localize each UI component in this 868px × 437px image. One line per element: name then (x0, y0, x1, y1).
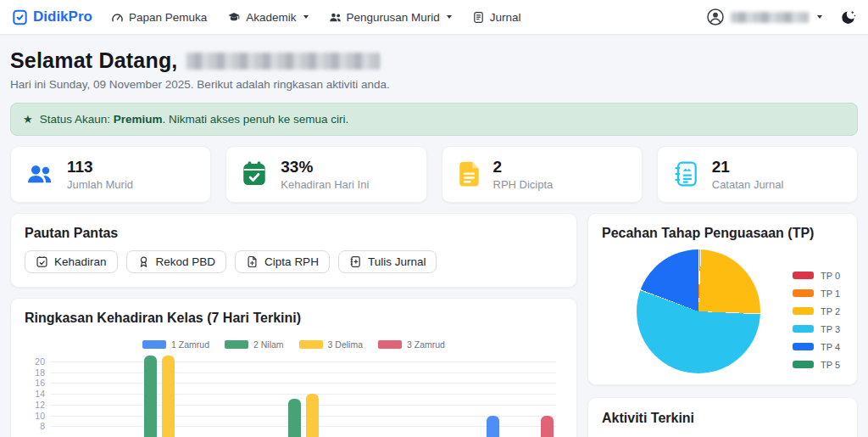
rekod-pbd-button[interactable]: Rekod PBD (126, 250, 227, 273)
user-menu[interactable] (707, 8, 822, 25)
legend-item[interactable]: TP 5 (793, 360, 840, 370)
legend-item[interactable]: 1 Zamrud (142, 339, 209, 350)
legend-swatch (793, 361, 814, 368)
gridline (51, 394, 556, 395)
nav-item-papan-pemuka[interactable]: Papan Pemuka (111, 11, 207, 24)
brand-label: DidikPro (33, 8, 92, 25)
gridline (51, 405, 556, 406)
nav-label: Jurnal (490, 11, 521, 24)
right-column: Pecahan Tahap Penguasaan (TP) TP 0TP 1TP… (587, 213, 858, 437)
tp-chart-card: Pecahan Tahap Penguasaan (TP) TP 0TP 1TP… (587, 213, 858, 385)
gridline (51, 426, 556, 427)
bar-1-zamrud (487, 416, 499, 437)
bar-3-zamrud (541, 416, 554, 437)
legend-item[interactable]: 3 Zamrud (378, 339, 445, 350)
legend-item[interactable]: TP 1 (793, 289, 840, 299)
calendar-check-outline-icon (36, 255, 48, 268)
stat-card-rph: 2 RPH Dicipta (442, 146, 643, 203)
legend-item[interactable]: TP 2 (793, 306, 840, 317)
quick-links-row: Kehadiran Rekod PBD Cipta RPH (25, 250, 563, 273)
stats-row: 113 Jumlah Murid 33% Kehadiran Hari Ini … (10, 146, 858, 203)
welcome-name-redacted (186, 53, 380, 70)
legend-swatch (793, 272, 814, 279)
tp-pie-legend: TP 0TP 1TP 2TP 3TP 4TP 5 (793, 271, 840, 370)
stat-label: Jumlah Murid (67, 178, 133, 191)
attendance-chart-card: Ringkasan Kehadiran Kelas (7 Hari Terkin… (10, 298, 577, 437)
legend-item[interactable]: TP 4 (793, 342, 840, 352)
y-axis-tick: 12 (28, 400, 45, 410)
star-icon: ★ (23, 113, 33, 126)
nav-links: Papan Pemuka Akademik Pengurusan Murid J… (111, 11, 521, 24)
button-label: Rekod PBD (156, 255, 216, 268)
legend-swatch (142, 340, 166, 349)
nav-item-pengurusan-murid[interactable]: Pengurusan Murid (329, 11, 452, 24)
brand[interactable]: DidikPro (12, 8, 92, 25)
legend-label: TP 3 (821, 324, 840, 334)
legend-item[interactable]: 2 Nilam (225, 339, 284, 350)
bar-chart-legend: 1 Zamrud2 Nilam3 Delima3 Zamrud (25, 339, 563, 350)
nav-item-akademik[interactable]: Akademik (227, 11, 308, 24)
tp-pie-chart (637, 249, 760, 373)
journal-richtext-icon (671, 160, 700, 188)
recent-activity-title: Aktiviti Terkini (602, 411, 843, 426)
people-fill-icon (25, 160, 55, 188)
attendance-chart-title: Ringkasan Kehadiran Kelas (7 Hari Terkin… (25, 311, 563, 326)
chevron-down-icon (303, 15, 309, 19)
nav-item-jurnal[interactable]: Jurnal (472, 11, 521, 24)
gridline (51, 361, 556, 362)
legend-label: TP 4 (821, 342, 840, 352)
legend-swatch (299, 340, 323, 349)
nav-label: Akademik (246, 11, 296, 24)
tp-chart-title: Pecahan Tahap Penguasaan (TP) (602, 226, 843, 241)
y-axis-tick: 10 (28, 411, 45, 421)
file-plus-icon (246, 255, 259, 268)
cipta-rph-button[interactable]: Cipta RPH (235, 250, 330, 273)
navbar-right (707, 8, 856, 25)
recent-activity-card: Aktiviti Terkini (587, 397, 858, 437)
stat-card-jumlah-murid: 113 Jumlah Murid (10, 146, 211, 203)
gridline (51, 373, 556, 373)
legend-item[interactable]: TP 0 (793, 271, 840, 281)
legend-swatch (225, 340, 248, 349)
quick-links-title: Pautan Pantas (25, 226, 563, 241)
stat-value: 113 (67, 158, 133, 176)
legend-swatch (793, 343, 814, 350)
legend-label: 3 Zamrud (407, 339, 445, 350)
stat-label: Catatan Jurnal (712, 178, 784, 191)
stat-text: 113 Jumlah Murid (67, 158, 133, 191)
bar-chart-plot: 2018161412108 (28, 352, 558, 437)
date-summary: Hari ini Sunday, 09 November 2025. Berik… (10, 78, 858, 91)
stat-text: 21 Catatan Jurnal (712, 158, 784, 191)
kehadiran-button[interactable]: Kehadiran (25, 250, 118, 273)
journal-check-icon (12, 9, 28, 25)
legend-swatch (793, 325, 814, 333)
navbar: DidikPro Papan Pemuka Akademik Pengurusa… (0, 0, 868, 34)
user-name-redacted (731, 12, 809, 23)
tulis-jurnal-button[interactable]: Tulis Jurnal (338, 250, 437, 273)
stat-text: 33% Kehadiran Hari Ini (281, 158, 369, 191)
person-circle-icon (707, 8, 724, 25)
legend-item[interactable]: TP 3 (793, 324, 840, 334)
legend-label: 2 Nilam (253, 339, 284, 350)
gridline (51, 416, 556, 417)
legend-label: TP 1 (821, 289, 840, 299)
y-axis-tick: 16 (28, 378, 45, 388)
stat-label: RPH Dicipta (493, 178, 554, 191)
y-axis-tick: 18 (28, 367, 45, 378)
legend-item[interactable]: 3 Delima (299, 339, 363, 350)
speedometer-icon (111, 11, 124, 24)
bar-3-delima (306, 394, 319, 437)
button-label: Kehadiran (54, 255, 107, 268)
legend-label: 3 Delima (328, 339, 363, 350)
file-text-icon (456, 160, 481, 188)
legend-label: 1 Zamrud (171, 339, 209, 350)
gridline (51, 383, 556, 384)
dark-mode-toggle[interactable] (841, 9, 856, 25)
chevron-down-icon (447, 15, 452, 19)
button-label: Cipta RPH (264, 255, 319, 268)
legend-label: TP 0 (821, 271, 840, 281)
legend-swatch (378, 340, 402, 349)
greeting-text: Selamat Datang, (10, 48, 178, 73)
stat-card-jurnal: 21 Catatan Jurnal (657, 146, 858, 203)
bar-2-nilam (144, 356, 157, 437)
